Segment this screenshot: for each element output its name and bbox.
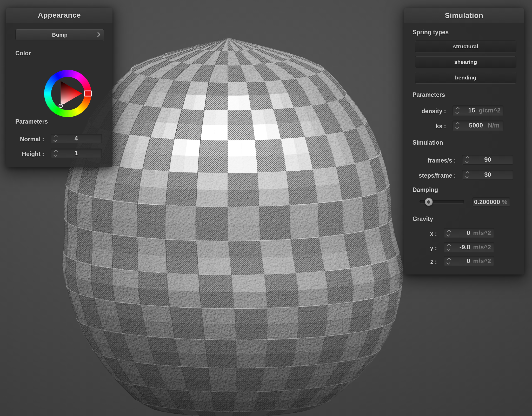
ks-unit: N/m xyxy=(488,121,500,130)
height-value: 1 xyxy=(51,149,102,158)
gravity-z-unit: m/s^2 xyxy=(473,256,491,266)
viewport: Appearance Bump Color Parameters Normal … xyxy=(0,0,532,416)
spinner-up-icon[interactable] xyxy=(456,107,460,110)
normal-value: 4 xyxy=(51,134,102,143)
frames-label: frames/s : xyxy=(404,157,456,164)
gravity-z-value: 0 xyxy=(467,256,470,266)
spinner-down-icon[interactable] xyxy=(455,110,459,114)
density-input[interactable]: 15 g/cm^2 xyxy=(453,105,503,115)
gravity-label: Gravity xyxy=(413,216,433,223)
ks-value: 5000 xyxy=(469,121,483,130)
structural-label: structural xyxy=(453,43,478,50)
sim-parameters-label: Parameters xyxy=(413,91,445,98)
ks-spinner-arrows[interactable] xyxy=(455,121,460,130)
shearing-button[interactable]: shearing xyxy=(415,56,516,68)
spinner-down-icon[interactable] xyxy=(447,261,450,264)
gravity-y-unit: m/s^2 xyxy=(473,243,491,252)
frames-input[interactable]: 90 xyxy=(462,155,513,165)
gravity-z-spinner-arrows[interactable] xyxy=(446,256,451,266)
shearing-label: shearing xyxy=(454,59,477,65)
simulation-panel: Simulation Spring types structural shear… xyxy=(404,8,524,274)
density-unit: g/cm^2 xyxy=(479,106,501,115)
color-wheel[interactable] xyxy=(43,69,92,118)
damping-slider-knob[interactable] xyxy=(425,198,433,206)
damping-value-box[interactable]: 0.200000 % xyxy=(472,197,510,207)
gravity-x-value: 0 xyxy=(467,228,470,238)
texture-select-button[interactable]: Bump xyxy=(15,29,104,41)
damping-unit: % xyxy=(502,198,507,206)
density-value: 15 xyxy=(468,106,475,115)
gravity-y-spinner-arrows[interactable] xyxy=(446,243,451,252)
steps-label: steps/frame : xyxy=(404,172,456,179)
spinner-down-icon[interactable] xyxy=(447,247,450,251)
gravity-z-label: z : xyxy=(404,258,437,265)
spring-types-label: Spring types xyxy=(413,29,449,36)
spinner-up-icon[interactable] xyxy=(456,122,460,125)
damping-value: 0.200000 xyxy=(474,198,500,206)
spinner-down-icon[interactable] xyxy=(455,125,459,129)
gravity-x-input[interactable]: 0 m/s^2 xyxy=(444,228,494,238)
color-section-label: Color xyxy=(15,50,31,57)
texture-select-label: Bump xyxy=(52,32,68,38)
appearance-title: Appearance xyxy=(38,11,81,19)
normal-input[interactable]: 4 xyxy=(51,134,102,143)
simulation-title: Simulation xyxy=(445,11,483,20)
appearance-titlebar[interactable]: Appearance xyxy=(6,8,112,23)
bending-label: bending xyxy=(455,75,476,81)
ks-label: ks : xyxy=(404,123,446,130)
appearance-parameters-label: Parameters xyxy=(15,118,48,125)
simulation-titlebar[interactable]: Simulation xyxy=(404,8,524,23)
spinner-up-icon[interactable] xyxy=(447,229,451,233)
damping-label: Damping xyxy=(413,186,438,193)
gravity-y-value: -9.8 xyxy=(460,243,470,252)
ks-input[interactable]: 5000 N/m xyxy=(453,120,503,130)
appearance-panel: Appearance Bump Color Parameters Normal … xyxy=(6,8,112,167)
popup-chevron-icon xyxy=(95,32,101,37)
density-spinner-arrows[interactable] xyxy=(455,106,460,115)
gravity-z-input[interactable]: 0 m/s^2 xyxy=(444,256,494,266)
sim-simulation-label: Simulation xyxy=(413,139,443,146)
spinner-down-icon[interactable] xyxy=(447,233,450,236)
gravity-x-spinner-arrows[interactable] xyxy=(446,228,451,238)
structural-button[interactable]: structural xyxy=(415,41,516,52)
gravity-x-unit: m/s^2 xyxy=(473,228,491,238)
density-label: density : xyxy=(404,108,446,115)
height-label: Height : xyxy=(6,151,44,158)
spinner-up-icon[interactable] xyxy=(447,244,451,247)
height-input[interactable]: 1 xyxy=(51,149,102,158)
gravity-x-label: x : xyxy=(404,230,437,237)
normal-label: Normal : xyxy=(6,136,44,143)
gravity-y-label: y : xyxy=(404,245,437,252)
steps-value: 30 xyxy=(462,170,513,179)
steps-input[interactable]: 30 xyxy=(462,170,513,180)
bending-button[interactable]: bending xyxy=(415,72,516,83)
spinner-up-icon[interactable] xyxy=(447,257,451,261)
gravity-y-input[interactable]: -9.8 m/s^2 xyxy=(444,242,494,252)
frames-value: 90 xyxy=(462,155,513,164)
